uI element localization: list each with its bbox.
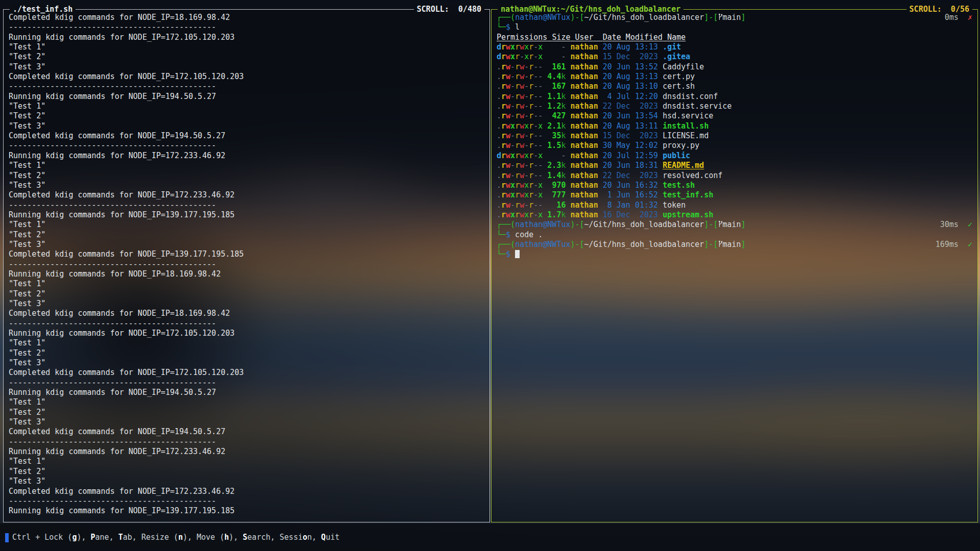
terminal-line: "Test 2"	[9, 230, 486, 240]
right-terminal-pane[interactable]: nathan@NWTux:~/Git/hns_doh_loadbalancer …	[491, 9, 978, 522]
terminal-line: ----------------------------------------…	[9, 437, 486, 447]
terminal-line: Running kdig commands for NODE_IP=172.10…	[9, 33, 486, 42]
terminal-line: "Test 1"	[9, 220, 486, 230]
terminal-line: "Test 1"	[9, 42, 486, 52]
file-row: .rw-rw-r-- 2.3k nathan 20 Jun 18:31 READ…	[497, 161, 974, 170]
terminal-line: ----------------------------------------…	[9, 496, 486, 506]
terminal-line: Completed kdig commands for NODE_IP=139.…	[9, 249, 486, 259]
file-row: .rwxrwxr-x 2.1k nathan 20 Aug 13:11 inst…	[497, 121, 974, 131]
terminal-line: "Test 1"	[9, 279, 486, 289]
terminal-line: "Test 2"	[9, 467, 486, 477]
terminal-line: "Test 3"	[9, 181, 486, 190]
shell-command-line: └─$	[497, 249, 974, 259]
terminal-line: ----------------------------------------…	[9, 22, 486, 32]
shell-prompt-line: ┌──(nathan@NWTux)-[~/Git/hns_doh_loadbal…	[497, 220, 974, 230]
shell-command-line: └─$ code .	[497, 230, 974, 240]
file-row: .rwxrwxr-x 970 nathan 20 Jun 16:32 test.…	[497, 181, 974, 190]
git-branch-icon	[718, 13, 723, 23]
terminal-line: Completed kdig commands for NODE_IP=172.…	[9, 368, 486, 378]
terminal-line: "Test 3"	[9, 358, 486, 368]
terminal-line: "Test 3"	[9, 417, 486, 427]
terminal-line: "Test 2"	[9, 171, 486, 181]
left-pane-content[interactable]: Completed kdig commands for NODE_IP=18.1…	[9, 13, 486, 520]
terminal-line: Running kdig commands for NODE_IP=172.23…	[9, 447, 486, 457]
terminal-line: Completed kdig commands for NODE_IP=172.…	[9, 72, 486, 82]
terminal-line: "Test 2"	[9, 408, 486, 417]
terminal-line: Running kdig commands for NODE_IP=194.50…	[9, 388, 486, 397]
terminal-line: "Test 1"	[9, 457, 486, 466]
shell-command-line: └─$ l	[497, 22, 974, 32]
file-row: drwxrwxr-x - nathan 20 Jul 12:59 public	[497, 151, 974, 161]
keybinding-hints[interactable]: Ctrl + Lock (g), Pane, Tab, Resize (n), …	[12, 523, 339, 551]
terminal-line: Completed kdig commands for NODE_IP=18.1…	[9, 309, 486, 318]
file-row: .rw-rw-r-- 161 nathan 20 Jun 13:52 Caddy…	[497, 62, 974, 72]
file-row: .rw-rw-r-- 35k nathan 15 Dec 2023 LICENS…	[497, 131, 974, 141]
terminal-line: Running kdig commands for NODE_IP=139.17…	[9, 506, 486, 516]
command-duration: 169ms ✓	[936, 240, 972, 249]
terminal-line: ----------------------------------------…	[9, 201, 486, 210]
file-row: .rw-rw-r-- 1.4k nathan 22 Dec 2023 resol…	[497, 171, 974, 181]
file-row: drwxrwxr-x - nathan 20 Aug 13:13 .git	[497, 42, 974, 52]
terminal-line: ----------------------------------------…	[9, 141, 486, 151]
terminal-line: Completed kdig commands for NODE_IP=18.1…	[9, 13, 486, 22]
file-row: .rw-rw-r-- 4.4k nathan 20 Aug 13:13 cert…	[497, 72, 974, 82]
terminal-line: "Test 2"	[9, 52, 486, 62]
right-status: ♪ All Joy No Stress (K... [Rhett Walker]…	[593, 523, 969, 551]
status-bar: Ctrl + Lock (g), Pane, Tab, Resize (n), …	[0, 523, 980, 551]
terminal-line: ----------------------------------------…	[9, 319, 486, 329]
left-terminal-pane[interactable]: ./test_inf.sh SCROLL: 0/480 Completed kd…	[3, 9, 490, 522]
file-row: .rw-rw-r-- 16 nathan 8 Jan 01:32 token	[497, 201, 974, 210]
terminal-line: Completed kdig commands for NODE_IP=172.…	[9, 487, 486, 496]
command-duration: 30ms ✓	[940, 220, 972, 230]
terminal-line: "Test 2"	[9, 348, 486, 358]
terminal-line: "Test 2"	[9, 111, 486, 121]
terminal-line: ----------------------------------------…	[9, 260, 486, 269]
mode-indicator-block	[5, 533, 9, 542]
listing-header: Permissions Size User Date Modified Name	[497, 33, 974, 42]
terminal-line: ----------------------------------------…	[9, 82, 486, 91]
terminal-line: Running kdig commands for NODE_IP=139.17…	[9, 210, 486, 220]
file-row: .rw-rw-r-- 167 nathan 20 Aug 13:10 cert.…	[497, 82, 974, 91]
terminal-line: "Test 2"	[9, 289, 486, 299]
terminal-line: "Test 3"	[9, 121, 486, 131]
terminal-line: Running kdig commands for NODE_IP=18.169…	[9, 269, 486, 279]
terminal-line: Running kdig commands for NODE_IP=172.23…	[9, 151, 486, 161]
right-pane-content[interactable]: ┌──(nathan@NWTux)-[~/Git/hns_doh_loadbal…	[497, 13, 974, 520]
terminal-line: "Test 3"	[9, 477, 486, 486]
command-duration: 0ms ✗	[945, 13, 972, 22]
terminal-line: "Test 1"	[9, 338, 486, 348]
file-row: drwxr-xr-x - nathan 15 Dec 2023 .gitea	[497, 52, 974, 62]
terminal-line: Running kdig commands for NODE_IP=194.50…	[9, 92, 486, 102]
shell-prompt-line: ┌──(nathan@NWTux)-[~/Git/hns_doh_loadbal…	[497, 13, 974, 22]
file-row: .rw-rw-r-- 427 nathan 20 Jun 13:54 hsd.s…	[497, 111, 974, 121]
file-row: .rwxrwxr-x 777 nathan 1 Jun 16:52 test_i…	[497, 190, 974, 200]
zellij-screen: ./test_inf.sh SCROLL: 0/480 Completed kd…	[0, 0, 980, 551]
file-row: .rw-rw-r-- 1.2k nathan 22 Dec 2023 dnsdi…	[497, 102, 974, 111]
terminal-line: "Test 1"	[9, 102, 486, 111]
file-row: .rw-rw-r-- 1.5k nathan 30 May 12:02 prox…	[497, 141, 974, 151]
terminal-line: Completed kdig commands for NODE_IP=194.…	[9, 427, 486, 437]
file-row: .rw-rw-r-- 1.1k nathan 4 Jul 12:20 dnsdi…	[497, 92, 974, 102]
terminal-line: "Test 3"	[9, 299, 486, 309]
git-branch-icon	[718, 220, 723, 231]
shell-prompt-line: ┌──(nathan@NWTux)-[~/Git/hns_doh_loadbal…	[497, 240, 974, 249]
text-cursor	[515, 250, 520, 258]
terminal-line: "Test 3"	[9, 62, 486, 72]
terminal-line: "Test 1"	[9, 397, 486, 407]
git-branch-icon	[718, 240, 723, 251]
file-row: .rwxrwxr-x 1.7k nathan 16 Dec 2023 upstr…	[497, 210, 974, 220]
session-info: HNSDoHHSD VM	[456, 523, 549, 551]
terminal-line: Running kdig commands for NODE_IP=172.10…	[9, 329, 486, 338]
terminal-line: ----------------------------------------…	[9, 378, 486, 388]
terminal-line: Completed kdig commands for NODE_IP=172.…	[9, 190, 486, 200]
terminal-line: Completed kdig commands for NODE_IP=194.…	[9, 131, 486, 141]
terminal-line: "Test 1"	[9, 161, 486, 170]
terminal-line: "Test 3"	[9, 240, 486, 249]
